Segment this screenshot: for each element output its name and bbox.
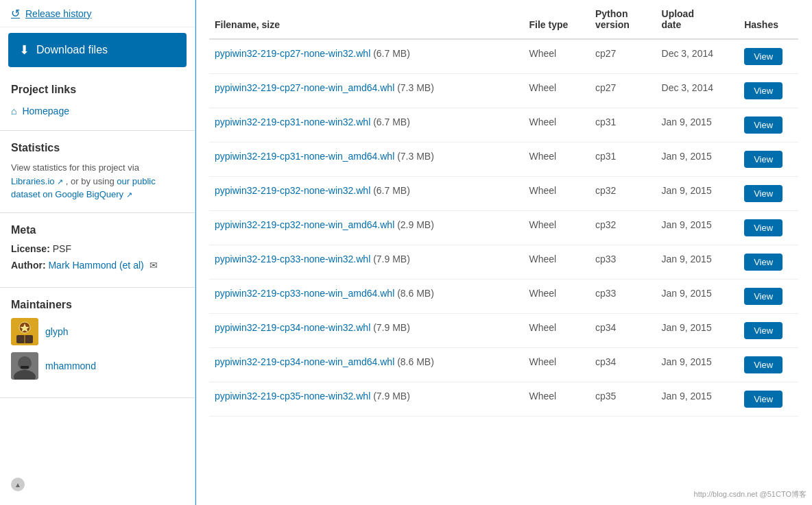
file-link[interactable]: pypiwin32-219-cp31-none-win_amd64.whl: [215, 151, 394, 162]
file-size: (7.9 MB): [370, 391, 410, 402]
file-link[interactable]: pypiwin32-219-cp33-none-win_amd64.whl: [215, 288, 394, 299]
table-row: pypiwin32-219-cp27-none-win_amd64.whl (7…: [209, 74, 798, 108]
view-button[interactable]: View: [744, 219, 783, 236]
file-cell: pypiwin32-219-cp35-none-win32.whl (7.9 M…: [209, 382, 523, 417]
maintainer-item-mhammond: mhammond: [11, 352, 184, 380]
python-version-header-text: Pythonversion: [595, 8, 630, 30]
file-link[interactable]: pypiwin32-219-cp27-none-win32.whl: [215, 48, 370, 59]
hashes-cell: View: [739, 245, 798, 280]
file-size: (6.7 MB): [370, 116, 410, 127]
view-button[interactable]: View: [744, 391, 783, 408]
glyph-link[interactable]: glyph: [45, 326, 68, 337]
header-python-version: Pythonversion: [590, 0, 656, 39]
file-link[interactable]: pypiwin32-219-cp32-none-win32.whl: [215, 185, 370, 196]
avatar-mhammond: [11, 352, 38, 380]
upload-date-cell: Dec 3, 2014: [656, 74, 739, 108]
header-hashes: Hashes: [739, 0, 798, 39]
file-cell: pypiwin32-219-cp34-none-win_amd64.whl (8…: [209, 348, 523, 382]
header-upload-date: Uploaddate: [656, 0, 739, 39]
file-link[interactable]: pypiwin32-219-cp27-none-win_amd64.whl: [215, 82, 394, 93]
view-button[interactable]: View: [744, 185, 783, 202]
upload-date-cell: Jan 9, 2015: [656, 143, 739, 177]
hashes-cell: View: [739, 39, 798, 74]
hashes-cell: View: [739, 348, 798, 382]
header-filetype: File type: [523, 0, 590, 39]
table-row: pypiwin32-219-cp34-none-win32.whl (7.9 M…: [209, 314, 798, 348]
filetype-cell: Wheel: [523, 143, 590, 177]
table-header-row: Filename, size File type Pythonversion U…: [209, 0, 798, 39]
download-files-label: Download files: [36, 44, 108, 56]
file-link[interactable]: pypiwin32-219-cp34-none-win32.whl: [215, 322, 370, 333]
hashes-cell: View: [739, 382, 798, 417]
avatar-glyph: [11, 318, 38, 345]
view-button[interactable]: View: [744, 356, 783, 373]
view-button[interactable]: View: [744, 322, 783, 339]
statistics-section: Statistics View statistics for this proj…: [0, 131, 195, 213]
filetype-cell: Wheel: [523, 177, 590, 211]
file-link[interactable]: pypiwin32-219-cp32-none-win_amd64.whl: [215, 219, 394, 230]
download-files-button[interactable]: ⬇ Download files: [8, 33, 187, 67]
sidebar-item-release-history[interactable]: ↺ Release history: [0, 0, 195, 27]
file-link[interactable]: pypiwin32-219-cp35-none-win32.whl: [215, 391, 370, 402]
file-size: (6.7 MB): [370, 48, 410, 59]
file-size: (7.9 MB): [370, 254, 410, 264]
table-row: pypiwin32-219-cp27-none-win32.whl (6.7 M…: [209, 39, 798, 74]
python-version-cell: cp27: [590, 39, 656, 74]
python-version-cell: cp31: [590, 143, 656, 177]
author-item: Author: Mark Hammond (et al) ✉: [11, 260, 184, 271]
view-button[interactable]: View: [744, 151, 783, 168]
file-cell: pypiwin32-219-cp32-none-win_amd64.whl (2…: [209, 211, 523, 245]
hashes-cell: View: [739, 177, 798, 211]
scroll-up-button[interactable]: ▲: [11, 478, 25, 491]
maintainers-section: Maintainers glyph: [0, 288, 195, 398]
view-button[interactable]: View: [744, 116, 783, 134]
author-link[interactable]: Mark Hammond (et al): [48, 260, 146, 271]
file-link[interactable]: pypiwin32-219-cp31-none-win32.whl: [215, 116, 370, 127]
table-row: pypiwin32-219-cp33-none-win_amd64.whl (8…: [209, 280, 798, 314]
vertical-divider: [195, 0, 196, 505]
upload-date-cell: Jan 9, 2015: [656, 211, 739, 245]
file-cell: pypiwin32-219-cp32-none-win32.whl (6.7 M…: [209, 177, 523, 211]
upload-date-cell: Jan 9, 2015: [656, 177, 739, 211]
table-row: pypiwin32-219-cp33-none-win32.whl (7.9 M…: [209, 245, 798, 280]
upload-date-cell: Jan 9, 2015: [656, 280, 739, 314]
file-size: (7.9 MB): [370, 322, 410, 333]
author-label: Author:: [11, 260, 46, 271]
filetype-cell: Wheel: [523, 39, 590, 74]
table-row: pypiwin32-219-cp31-none-win32.whl (6.7 M…: [209, 108, 798, 143]
file-link[interactable]: pypiwin32-219-cp33-none-win32.whl: [215, 254, 370, 264]
file-cell: pypiwin32-219-cp27-none-win32.whl (6.7 M…: [209, 39, 523, 74]
homepage-label: Homepage: [22, 106, 69, 116]
maintainer-item-glyph: glyph: [11, 318, 184, 345]
hashes-cell: View: [739, 211, 798, 245]
file-size: (7.3 MB): [394, 151, 434, 162]
history-icon: ↺: [11, 7, 20, 20]
email-icon: ✉: [150, 260, 158, 271]
file-cell: pypiwin32-219-cp27-none-win_amd64.whl (7…: [209, 74, 523, 108]
file-cell: pypiwin32-219-cp33-none-win32.whl (7.9 M…: [209, 245, 523, 280]
libraries-io-link[interactable]: Libraries.io ↗: [11, 176, 63, 186]
view-button[interactable]: View: [744, 48, 783, 65]
upload-date-cell: Jan 9, 2015: [656, 382, 739, 417]
header-filename: Filename, size: [209, 0, 523, 39]
upload-date-cell: Jan 9, 2015: [656, 108, 739, 143]
table-row: pypiwin32-219-cp31-none-win_amd64.whl (7…: [209, 143, 798, 177]
view-button[interactable]: View: [744, 288, 783, 305]
hashes-cell: View: [739, 108, 798, 143]
table-row: pypiwin32-219-cp35-none-win32.whl (7.9 M…: [209, 382, 798, 417]
table-row: pypiwin32-219-cp32-none-win_amd64.whl (2…: [209, 211, 798, 245]
file-size: (8.6 MB): [394, 288, 434, 299]
view-button[interactable]: View: [744, 254, 783, 271]
filetype-cell: Wheel: [523, 245, 590, 280]
project-links-section: Project links ⌂ Homepage: [0, 73, 195, 131]
files-table-body: pypiwin32-219-cp27-none-win32.whl (6.7 M…: [209, 39, 798, 417]
homepage-link[interactable]: ⌂ Homepage: [11, 103, 184, 119]
filetype-cell: Wheel: [523, 348, 590, 382]
view-button[interactable]: View: [744, 82, 783, 99]
license-value: PSF: [53, 243, 71, 254]
sidebar: ↺ Release history ⬇ Download files Proje…: [0, 0, 195, 505]
file-link[interactable]: pypiwin32-219-cp34-none-win_amd64.whl: [215, 356, 394, 367]
license-label: License:: [11, 243, 50, 254]
file-size: (6.7 MB): [370, 185, 410, 196]
mhammond-link[interactable]: mhammond: [45, 360, 96, 371]
